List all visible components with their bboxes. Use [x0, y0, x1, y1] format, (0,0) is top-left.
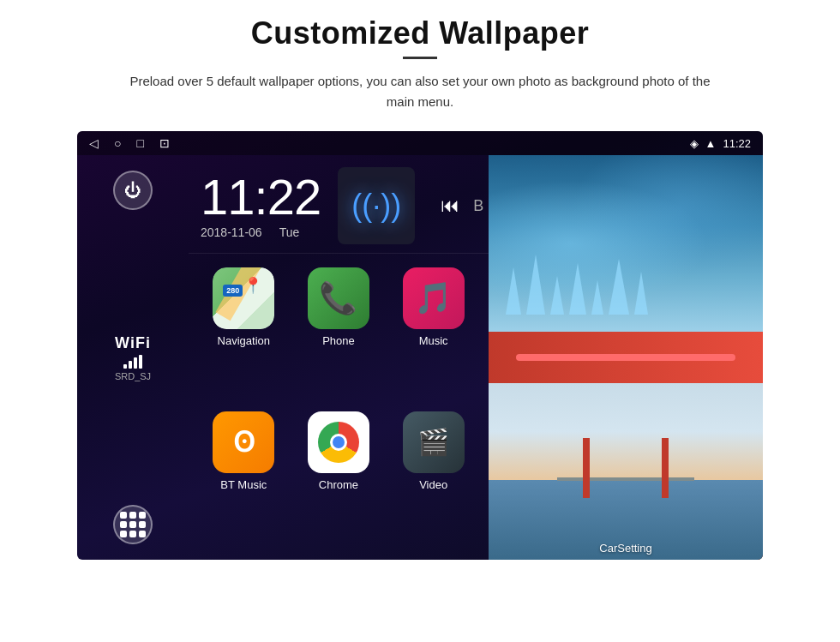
location-icon: ◈: [690, 137, 699, 150]
clock-time: 11:22: [201, 172, 321, 222]
middle-card-bar: [516, 354, 735, 361]
status-time: 11:22: [723, 137, 751, 150]
carsetting-label: CarSetting: [599, 542, 651, 555]
wifi-icon: ▲: [705, 137, 717, 150]
ice-spike-1: [506, 267, 521, 315]
wifi-bar-1: [123, 364, 127, 369]
ice-spike-5: [591, 280, 603, 315]
music-app-icon: 🎵: [403, 267, 465, 329]
status-icons: ◈ ▲ 11:22: [690, 137, 751, 150]
wifi-widget: WiFi SRD_SJ: [115, 334, 151, 381]
app-item-phone[interactable]: 📞 Phone: [296, 267, 382, 403]
wifi-bar-4: [139, 355, 142, 369]
bt-music-label: BT Music: [220, 478, 267, 491]
clock-area: 11:22 2018-11-06 Tue ((·)) ⏮ B: [189, 155, 489, 254]
app-item-music[interactable]: 🎵 Music: [390, 267, 477, 403]
bt-music-app-icon: ʘ: [213, 411, 274, 473]
media-controls: ⏮ B: [441, 195, 483, 217]
bridge-tower-right: [662, 438, 669, 498]
bridge-tower-left: [583, 438, 590, 498]
ice-spikes: [506, 263, 746, 315]
date-value: 2018-11-06: [201, 225, 262, 239]
video-label: Video: [419, 478, 447, 491]
screenshot-icon[interactable]: ⊡: [159, 136, 170, 150]
next-button[interactable]: B: [473, 197, 483, 215]
wifi-bar-3: [134, 357, 137, 369]
app-item-chrome[interactable]: Chrome: [296, 411, 382, 547]
app-item-bt-music[interactable]: ʘ BT Music: [201, 411, 287, 547]
day-value: Tue: [279, 225, 300, 239]
ice-spike-2: [526, 255, 545, 315]
navigation-app-icon: 280 📍: [213, 267, 274, 329]
nav-map-bg: 280 📍: [213, 267, 274, 329]
nav-shield: 280: [223, 285, 243, 297]
wifi-bars: [123, 355, 142, 369]
middle-card: [489, 332, 763, 383]
wifi-bar-2: [129, 361, 132, 369]
left-sidebar: ⏻ WiFi SRD_SJ: [77, 155, 189, 560]
nav-buttons: ◁ ○ □ ⊡: [89, 136, 170, 150]
bridge-structure: [557, 429, 694, 498]
title-divider: [403, 57, 437, 59]
clock-date-block: 11:22 2018-11-06 Tue: [201, 172, 321, 239]
bridge-deck: [557, 477, 694, 481]
prev-button[interactable]: ⏮: [441, 195, 459, 217]
chrome-inner-circle: [330, 434, 347, 451]
page-title: Customized Wallpaper: [251, 15, 590, 51]
main-content: ⏻ WiFi SRD_SJ: [77, 155, 763, 560]
status-bar: ◁ ○ □ ⊡ ◈ ▲ 11:22: [77, 131, 763, 155]
app-grid: 280 📍 Navigation 📞 Phone: [189, 254, 489, 560]
chrome-label: Chrome: [319, 478, 358, 491]
chrome-outer-ring: [318, 422, 359, 463]
app-item-navigation[interactable]: 280 📍 Navigation: [201, 267, 287, 403]
media-widget: ((·)): [338, 167, 415, 244]
home-icon[interactable]: ○: [114, 136, 121, 150]
phone-label: Phone: [322, 334, 355, 347]
chrome-app-icon: [308, 411, 369, 473]
ice-spike-3: [550, 276, 564, 315]
video-app-icon: 🎬: [403, 411, 465, 473]
right-panels: CarSetting: [489, 155, 763, 560]
ice-spike-4: [569, 263, 586, 315]
wifi-network-name: SRD_SJ: [115, 371, 151, 381]
phone-app-icon: 📞: [308, 267, 369, 329]
phone-icon: 📞: [319, 280, 357, 316]
page-subtitle: Preload over 5 default wallpaper options…: [120, 71, 720, 112]
app-item-video[interactable]: 🎬 Video: [390, 411, 477, 547]
wifi-label: WiFi: [115, 334, 151, 352]
nav-pin: 📍: [243, 276, 262, 295]
video-icon: 🎬: [417, 427, 449, 457]
apps-button[interactable]: [113, 505, 153, 544]
android-screen: ◁ ○ □ ⊡ ◈ ▲ 11:22 ⏻ WiFi: [77, 131, 763, 560]
back-icon[interactable]: ◁: [89, 136, 99, 150]
bridge-scene: CarSetting: [489, 383, 763, 560]
ice-spike-7: [634, 272, 648, 315]
apps-grid-icon: [120, 512, 146, 537]
music-icon: 🎵: [414, 280, 453, 316]
bt-icon: ʘ: [233, 426, 255, 459]
ice-spike-6: [609, 259, 629, 315]
power-button[interactable]: ⏻: [113, 171, 153, 210]
wallpaper-bottom: CarSetting: [489, 383, 763, 560]
media-wifi-icon: ((·)): [351, 188, 401, 224]
clock-date: 2018-11-06 Tue: [201, 225, 321, 239]
music-label: Music: [419, 334, 448, 347]
wallpaper-top: [489, 155, 763, 332]
center-content: 11:22 2018-11-06 Tue ((·)) ⏮ B: [189, 155, 489, 560]
navigation-label: Navigation: [218, 334, 270, 347]
recents-icon[interactable]: □: [136, 136, 143, 150]
